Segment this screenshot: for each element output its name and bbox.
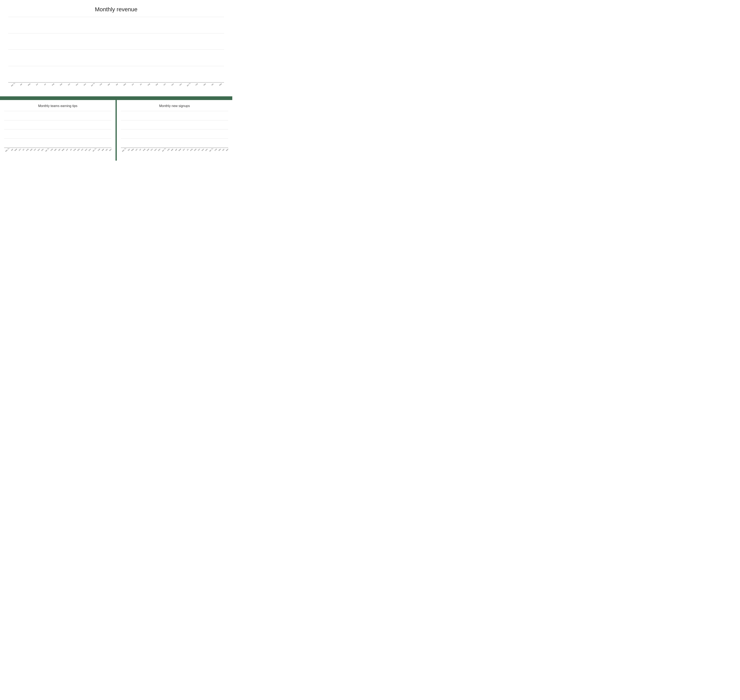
grid-line	[121, 138, 228, 139]
grid-line	[4, 129, 111, 129]
grid-line	[8, 82, 224, 82]
grid-lines	[121, 111, 228, 148]
grid-line	[121, 129, 228, 129]
grid-line	[121, 147, 228, 148]
bottom-right-title: Monthly new signups	[121, 104, 228, 108]
grid-line	[8, 17, 224, 17]
bottom-right-chart: Monthly new signups Mar '21AprMayJunJulA…	[117, 100, 232, 160]
grid-line	[4, 120, 111, 121]
bottom-left-title: Monthly teams earning tips	[4, 104, 111, 108]
top-chart-section: Monthly revenue Mar '21AprMayJunJulAugSe…	[0, 0, 232, 96]
grid-line	[4, 138, 111, 139]
grid-line	[4, 147, 111, 148]
grid-lines	[8, 17, 224, 82]
top-bar-chart: Mar '21AprMayJunJulAugSepOctNovDecJan '2…	[8, 17, 224, 92]
bottom-section: Monthly teams earning tips Mar '21AprMay…	[0, 100, 232, 160]
grid-line	[4, 111, 111, 111]
grid-line	[121, 111, 228, 111]
bottom-left-chart: Monthly teams earning tips Mar '21AprMay…	[0, 100, 115, 160]
top-chart-title: Monthly revenue	[8, 6, 224, 13]
grid-lines	[4, 111, 111, 148]
grid-line	[121, 120, 228, 121]
section-divider	[0, 96, 232, 100]
grid-line	[8, 33, 224, 34]
page-container: Monthly revenue Mar '21AprMayJunJulAugSe…	[0, 0, 232, 160]
x-axis-label: May	[217, 83, 224, 92]
